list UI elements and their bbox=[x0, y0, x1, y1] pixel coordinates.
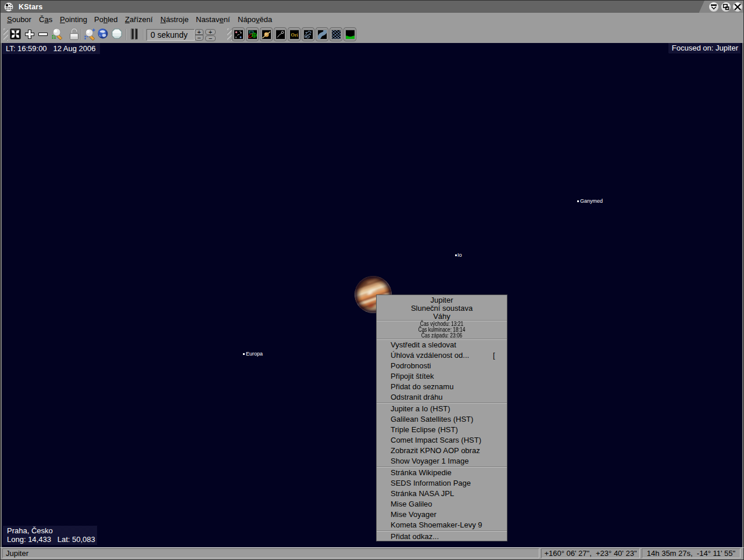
svg-text:Ori: Ori bbox=[291, 33, 299, 38]
